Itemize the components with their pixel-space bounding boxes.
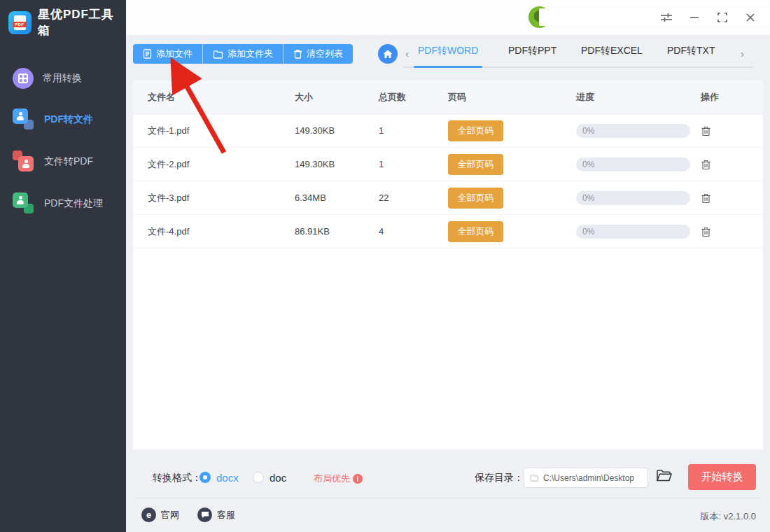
delete-row-button[interactable]	[701, 159, 763, 170]
page-range-button[interactable]: 全部页码	[448, 120, 503, 141]
clear-list-button[interactable]: 清空列表	[283, 44, 353, 64]
progress-bar: 0%	[576, 158, 690, 172]
radio-docx[interactable]	[200, 472, 211, 483]
progress-bar: 0%	[576, 191, 690, 205]
minimize-icon[interactable]	[686, 9, 703, 26]
col-header-actions: 操作	[701, 91, 763, 104]
progress-bar: 0%	[576, 225, 690, 239]
delete-row-button[interactable]	[701, 226, 763, 237]
titlebar	[126, 0, 770, 35]
cell-pages: 1	[379, 159, 448, 169]
save-path-input[interactable]: C:\Users\admin\Desktop	[524, 468, 648, 488]
sidebar-item-label: 常用转换	[43, 72, 82, 85]
sidebar-item-label: PDF文件处理	[44, 197, 103, 210]
page-range-button[interactable]: 全部页码	[448, 154, 503, 175]
cell-filename: 文件-4.pdf	[148, 225, 295, 238]
folder-icon	[213, 50, 223, 59]
table-header-row: 文件名 大小 总页数 页码 进度 操作	[133, 80, 763, 114]
home-button[interactable]	[378, 44, 398, 64]
tab-pdf-to-word[interactable]: PDF转WORD	[418, 45, 478, 57]
page-range-button[interactable]: 全部页码	[448, 221, 503, 242]
chat-bubble-icon	[197, 507, 212, 522]
sidebar: 星优PDF工具箱 常用转换 PDF转文件 文件转PDF PDF文件处理	[0, 0, 126, 532]
version-text: 版本: v2.1.0.0	[701, 510, 756, 523]
save-path-value: C:\Users\admin\Desktop	[543, 473, 634, 483]
apps-grid-icon	[13, 68, 34, 89]
tab-pdf-to-txt[interactable]: PDF转TXT	[667, 45, 715, 57]
official-site-label: 官网	[161, 509, 179, 522]
layout-priority-label: 布局优先	[314, 472, 350, 485]
settings-sliders-icon[interactable]	[658, 9, 675, 26]
sidebar-item-pdf-to-file[interactable]: PDF转文件	[0, 99, 126, 141]
col-header-pagerange: 页码	[448, 91, 576, 104]
app-logo-icon	[8, 11, 31, 34]
cell-filename: 文件-1.pdf	[148, 125, 295, 137]
tab-pdf-to-ppt[interactable]: PDF转PPT	[508, 45, 556, 57]
add-folder-button[interactable]: 添加文件夹	[202, 44, 283, 64]
table-row: 文件-4.pdf 86.91KB 4 全部页码 0%	[133, 215, 763, 248]
customer-support-link[interactable]: 客服	[197, 507, 235, 522]
sidebar-item-label: 文件转PDF	[44, 155, 93, 168]
table-row: 文件-2.pdf 149.30KB 1 全部页码 0%	[133, 148, 763, 181]
cell-size: 149.30KB	[295, 125, 379, 136]
sidebar-item-common-convert[interactable]: 常用转换	[0, 58, 126, 99]
start-convert-button[interactable]: 开始转换	[688, 464, 756, 490]
delete-row-button[interactable]	[701, 192, 763, 204]
sidebar-item-label: PDF转文件	[44, 113, 93, 126]
app-header: 星优PDF工具箱	[0, 0, 126, 38]
sidebar-item-file-to-pdf[interactable]: 文件转PDF	[0, 141, 126, 183]
file-to-pdf-icon	[13, 150, 35, 173]
trash-icon	[701, 159, 711, 170]
cell-size: 6.34MB	[295, 192, 379, 203]
file-table: 文件名 大小 总页数 页码 进度 操作 文件-1.pdf 149.30KB 1 …	[133, 80, 763, 449]
trash-icon	[701, 192, 711, 204]
trash-icon	[701, 125, 711, 136]
table-row: 文件-1.pdf 149.30KB 1 全部页码 0%	[133, 114, 763, 148]
cell-pages: 1	[379, 125, 448, 136]
radio-doc[interactable]	[253, 472, 264, 483]
folder-open-icon	[656, 469, 672, 482]
cell-pages: 22	[379, 192, 448, 203]
sidebar-menu: 常用转换 PDF转文件 文件转PDF PDF文件处理	[0, 58, 126, 225]
trash-icon	[293, 49, 302, 59]
save-dir-label: 保存目录：	[475, 472, 524, 484]
pdf-to-file-icon	[13, 108, 35, 131]
delete-row-button[interactable]	[701, 125, 763, 136]
layout-priority-link[interactable]: 布局优先 i	[314, 472, 363, 485]
radio-doc-label[interactable]: doc	[270, 472, 286, 484]
browse-folder-button[interactable]	[656, 469, 672, 482]
cell-filename: 文件-3.pdf	[148, 192, 295, 204]
cell-size: 149.30KB	[295, 159, 379, 169]
pdf-process-icon	[13, 192, 35, 215]
add-file-button[interactable]: 添加文件	[133, 44, 202, 64]
website-icon: e	[141, 507, 156, 522]
app-title: 星优PDF工具箱	[38, 6, 126, 38]
clear-list-label: 清空列表	[307, 48, 343, 60]
progress-bar: 0%	[576, 124, 690, 138]
close-icon[interactable]	[742, 9, 759, 26]
maximize-icon[interactable]	[714, 9, 731, 26]
tabs-scroll-right-icon[interactable]: ›	[741, 48, 744, 59]
main-content: 添加文件 添加文件夹 清空列表 ‹ PDF转WORD PDF转PPT PDF转E…	[126, 35, 770, 532]
home-icon	[383, 50, 393, 59]
radio-docx-label[interactable]: docx	[216, 472, 239, 484]
cell-filename: 文件-2.pdf	[148, 158, 295, 171]
col-header-progress: 进度	[576, 91, 701, 104]
footer: e 官网 客服 版本: v2.1.0.0	[126, 498, 770, 532]
col-header-pages: 总页数	[379, 91, 448, 104]
customer-support-label: 客服	[217, 509, 235, 522]
toolbar: 添加文件 添加文件夹 清空列表	[133, 44, 353, 64]
trash-icon	[701, 226, 711, 237]
col-header-size: 大小	[295, 91, 379, 104]
table-row: 文件-3.pdf 6.34MB 22 全部页码 0%	[133, 181, 763, 215]
page-range-button[interactable]: 全部页码	[448, 188, 503, 209]
add-file-label: 添加文件	[156, 48, 192, 60]
col-header-filename: 文件名	[148, 91, 295, 104]
tab-pdf-to-excel[interactable]: PDF转EXCEL	[581, 45, 643, 57]
format-label: 转换格式：	[153, 472, 202, 484]
tabs-scroll-left-icon[interactable]: ‹	[405, 48, 409, 59]
official-site-link[interactable]: e 官网	[141, 507, 179, 522]
cell-size: 86.91KB	[295, 226, 379, 237]
user-info-redacted-box	[539, 8, 770, 26]
sidebar-item-pdf-process[interactable]: PDF文件处理	[0, 183, 126, 225]
